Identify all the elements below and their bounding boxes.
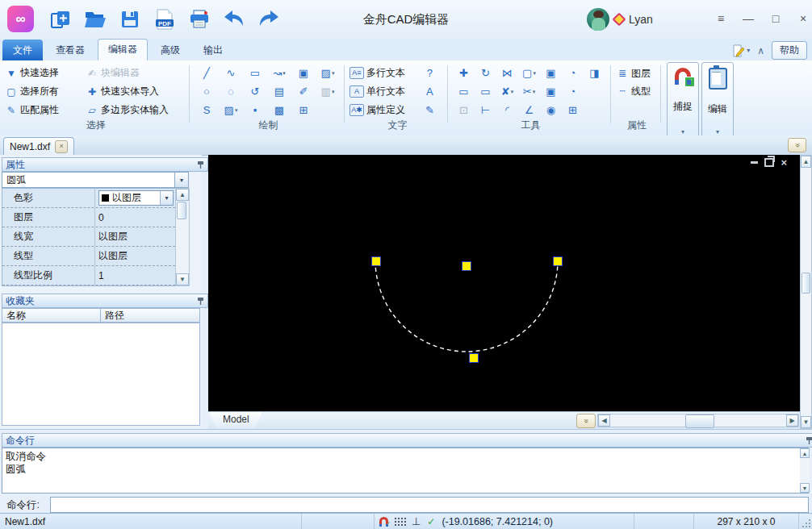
quick-entity-import-button[interactable]: ✚快速实体导入	[86, 85, 187, 98]
rectangle-icon[interactable]: ▭	[243, 64, 267, 82]
scroll-left-icon[interactable]: ◀	[598, 414, 610, 427]
canvas-close-icon[interactable]: ×	[781, 159, 787, 167]
scroll-down-icon[interactable]: ▼	[176, 273, 189, 285]
find-text-icon[interactable]: ?	[425, 67, 434, 79]
polyline-icon[interactable]: ↝▾	[267, 64, 291, 82]
dropdown-arrow-icon[interactable]: ▾	[174, 173, 188, 187]
favorites-column-header[interactable]: 名称	[2, 308, 101, 323]
drawing-canvas[interactable]: ×	[208, 155, 800, 411]
image-icon[interactable]: ▩	[267, 101, 291, 119]
spacer[interactable]	[316, 101, 340, 119]
polygon-entity-input-button[interactable]: ▱多边形实体输入	[86, 103, 187, 117]
scroll-down-icon[interactable]: ▼	[801, 416, 811, 428]
scale-icon[interactable]: ⊡	[453, 101, 475, 119]
grip-endpoint-left[interactable]	[371, 256, 381, 266]
entity-selector[interactable]: 圆弧 ▾	[2, 172, 189, 188]
erase-icon[interactable]: ✘▾	[496, 82, 518, 101]
command-history-scrollbar[interactable]: ▲ ▼	[800, 448, 810, 493]
lineweight-pen-icon[interactable]: ✐	[291, 82, 316, 101]
help-button[interactable]: 帮助	[772, 41, 807, 60]
canvas-vertical-scrollbar[interactable]: ▲ ▼	[800, 155, 812, 429]
region-icon[interactable]: ▥▾	[316, 82, 340, 101]
group-icon[interactable]: ◉	[540, 101, 562, 119]
document-tab-close-icon[interactable]: ×	[55, 140, 68, 153]
maximize-button[interactable]: □	[765, 8, 786, 29]
linetype-button[interactable]: ┄线型	[616, 85, 658, 98]
favorites-list[interactable]	[2, 323, 200, 426]
user-avatar[interactable]	[587, 8, 609, 31]
menu-tab-editor[interactable]: 编辑器	[98, 39, 148, 60]
boundary-hatch-icon[interactable]: ▨▾	[316, 64, 340, 82]
command-input[interactable]	[50, 497, 809, 513]
chamfer-icon[interactable]: ∠	[518, 101, 540, 119]
grid-toggle-icon[interactable]	[395, 518, 405, 526]
spacer[interactable]	[584, 101, 605, 119]
annotate-tool-icon[interactable]: ▾	[732, 44, 750, 57]
offset-icon[interactable]: ▢▾	[518, 64, 540, 82]
draw-order-icon[interactable]: ◨	[584, 64, 605, 82]
spacer[interactable]	[584, 82, 605, 101]
pin-icon[interactable]	[197, 297, 204, 306]
grip-endpoint-right[interactable]	[553, 256, 563, 266]
property-grid-scrollbar[interactable]: ▲ ▼	[175, 188, 190, 286]
canvas-minimize-icon[interactable]	[751, 161, 758, 164]
update-icon[interactable]: ◔	[562, 82, 584, 101]
grip-center[interactable]	[462, 261, 471, 271]
collapse-ribbon-icon[interactable]: ∧	[757, 45, 764, 56]
close-button[interactable]: ×	[793, 8, 812, 29]
quick-select-button[interactable]: ▼快速选择	[5, 66, 86, 80]
stretch-icon[interactable]: ⊢	[475, 101, 496, 119]
color-dropdown[interactable]: 以图层 ▾	[98, 190, 174, 206]
move-icon[interactable]: ✚	[453, 64, 475, 82]
minimize-button[interactable]: —	[738, 8, 759, 29]
docbar-expand-icon[interactable]: »	[788, 138, 806, 152]
favorites-column-header[interactable]: 路径	[101, 308, 200, 323]
block-attribute-icon[interactable]: ▤	[267, 82, 291, 101]
copy-icon[interactable]: ▣	[540, 64, 562, 82]
block-editor-button[interactable]: ✍块编辑器	[86, 66, 187, 80]
arc-icon[interactable]: ↺	[243, 82, 267, 101]
freehand-sketch-icon[interactable]: ∿	[219, 64, 243, 82]
scroll-up-icon[interactable]: ▲	[176, 189, 189, 201]
ellipse-icon[interactable]: ◌	[219, 82, 243, 101]
explode-icon[interactable]: ⊞	[562, 101, 584, 119]
hatch-icon[interactable]: ▨▾	[219, 101, 243, 119]
pin-icon[interactable]	[806, 436, 812, 445]
copy-basepoint-icon[interactable]: ◔	[562, 64, 584, 82]
ortho-toggle-icon[interactable]: ⊥	[412, 515, 421, 527]
point-icon[interactable]: ▪	[243, 101, 267, 119]
menu-tab-output[interactable]: 输出	[193, 40, 233, 60]
canvas-horizontal-scrollbar[interactable]: ◀ ▶	[597, 414, 799, 427]
circle-icon[interactable]: ○	[195, 82, 219, 101]
menu-tab-advanced[interactable]: 高级	[150, 40, 190, 60]
snap-button[interactable]: ✓ 捕捉 ▾	[667, 62, 699, 138]
menu-tab-file[interactable]: 文件	[2, 40, 43, 60]
trim-icon[interactable]: ✂▾	[518, 82, 540, 101]
spline-icon[interactable]: S	[195, 101, 219, 119]
match-properties-button[interactable]: ✎匹配属性	[5, 103, 86, 117]
user-account[interactable]: Lyan	[587, 6, 653, 32]
layers-button[interactable]: ≣图层	[616, 67, 658, 81]
scrollbar-thumb[interactable]	[802, 273, 810, 294]
scrollbar-thumb[interactable]	[177, 202, 186, 219]
rotate-icon[interactable]: ↻	[475, 64, 496, 82]
edit-button[interactable]: 编辑 ▾	[701, 62, 734, 138]
osnap-toggle-icon[interactable]: ✓	[427, 516, 435, 527]
paste-icon[interactable]: ▣	[540, 82, 562, 101]
mirror-icon[interactable]: ⋈	[496, 64, 518, 82]
fillet-icon[interactable]: ◜	[496, 101, 518, 119]
region-tool-icon[interactable]: ▭	[475, 82, 496, 101]
line-icon[interactable]: ╱	[195, 64, 219, 82]
menu-tab-viewer[interactable]: 查看器	[45, 40, 95, 60]
canvas-restore-icon[interactable]	[764, 158, 774, 167]
layout-expand-icon[interactable]: »	[576, 414, 596, 428]
scrollbar-thumb[interactable]	[685, 414, 714, 428]
pin-icon[interactable]	[197, 160, 204, 169]
document-tab[interactable]: New1.dxf ×	[3, 137, 74, 155]
select-all-button[interactable]: ▢选择所有	[5, 85, 86, 98]
insert-block-icon[interactable]: ▣	[291, 64, 316, 82]
text-style-icon[interactable]: A	[425, 85, 434, 98]
snap-toggle-icon[interactable]: ✓	[379, 517, 388, 527]
scroll-down-icon[interactable]: ▼	[800, 483, 810, 493]
boundary-icon[interactable]: ▭	[453, 82, 475, 101]
